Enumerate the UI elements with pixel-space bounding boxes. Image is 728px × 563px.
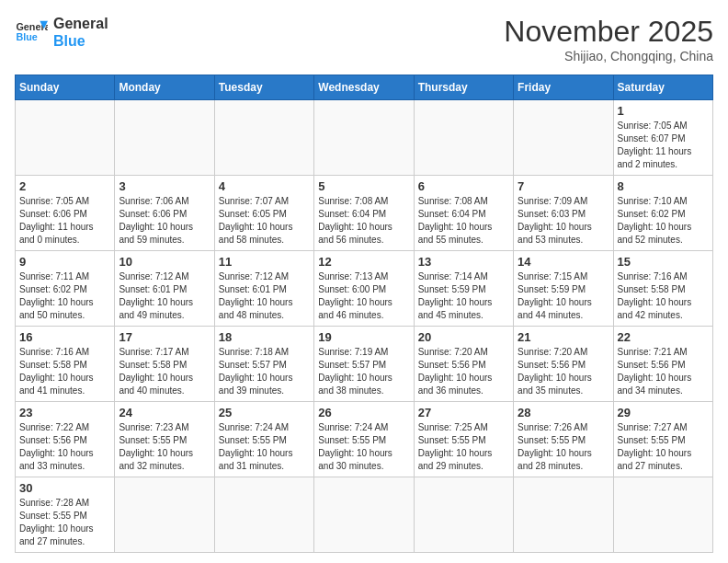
day-info: Sunrise: 7:12 AM Sunset: 6:01 PM Dayligh… bbox=[219, 270, 310, 322]
day-number: 16 bbox=[19, 330, 110, 344]
calendar-week-5: 23Sunrise: 7:22 AM Sunset: 5:56 PM Dayli… bbox=[16, 402, 713, 477]
day-number: 11 bbox=[219, 255, 310, 269]
calendar-cell bbox=[16, 100, 115, 176]
day-info: Sunrise: 7:09 AM Sunset: 6:03 PM Dayligh… bbox=[518, 195, 609, 247]
calendar-cell bbox=[414, 100, 513, 176]
calendar-cell: 7Sunrise: 7:09 AM Sunset: 6:03 PM Daylig… bbox=[514, 176, 613, 251]
day-number: 15 bbox=[618, 255, 709, 269]
calendar-cell bbox=[214, 477, 313, 553]
calendar-cell: 13Sunrise: 7:14 AM Sunset: 5:59 PM Dayli… bbox=[414, 251, 513, 327]
day-info: Sunrise: 7:25 AM Sunset: 5:55 PM Dayligh… bbox=[418, 421, 509, 473]
calendar-cell: 6Sunrise: 7:08 AM Sunset: 6:04 PM Daylig… bbox=[414, 176, 513, 251]
day-number: 12 bbox=[318, 255, 409, 269]
day-info: Sunrise: 7:24 AM Sunset: 5:55 PM Dayligh… bbox=[318, 421, 409, 473]
calendar-cell: 15Sunrise: 7:16 AM Sunset: 5:58 PM Dayli… bbox=[613, 251, 712, 327]
calendar-header-row: SundayMondayTuesdayWednesdayThursdayFrid… bbox=[16, 75, 713, 100]
calendar-cell: 22Sunrise: 7:21 AM Sunset: 5:56 PM Dayli… bbox=[613, 327, 712, 402]
col-header-thursday: Thursday bbox=[414, 75, 513, 100]
calendar-cell bbox=[514, 100, 613, 176]
day-number: 24 bbox=[119, 406, 210, 419]
day-info: Sunrise: 7:16 AM Sunset: 5:58 PM Dayligh… bbox=[19, 346, 110, 397]
calendar-cell bbox=[613, 477, 712, 553]
day-info: Sunrise: 7:11 AM Sunset: 6:02 PM Dayligh… bbox=[19, 270, 110, 322]
calendar: SundayMondayTuesdayWednesdayThursdayFrid… bbox=[15, 75, 713, 553]
calendar-cell: 19Sunrise: 7:19 AM Sunset: 5:57 PM Dayli… bbox=[314, 327, 414, 402]
col-header-monday: Monday bbox=[115, 75, 214, 100]
calendar-cell: 30Sunrise: 7:28 AM Sunset: 5:55 PM Dayli… bbox=[16, 477, 115, 553]
day-info: Sunrise: 7:12 AM Sunset: 6:01 PM Dayligh… bbox=[119, 270, 210, 322]
calendar-cell: 29Sunrise: 7:27 AM Sunset: 5:55 PM Dayli… bbox=[613, 402, 712, 477]
calendar-cell: 16Sunrise: 7:16 AM Sunset: 5:58 PM Dayli… bbox=[16, 327, 115, 402]
calendar-cell: 18Sunrise: 7:18 AM Sunset: 5:57 PM Dayli… bbox=[214, 327, 313, 402]
header: General Blue General Blue November 2025 … bbox=[15, 15, 713, 63]
col-header-wednesday: Wednesday bbox=[314, 75, 414, 100]
svg-text:Blue: Blue bbox=[16, 32, 37, 43]
calendar-cell: 26Sunrise: 7:24 AM Sunset: 5:55 PM Dayli… bbox=[314, 402, 414, 477]
day-info: Sunrise: 7:08 AM Sunset: 6:04 PM Dayligh… bbox=[318, 195, 409, 247]
day-number: 7 bbox=[518, 179, 609, 193]
day-number: 3 bbox=[119, 179, 210, 193]
calendar-cell: 20Sunrise: 7:20 AM Sunset: 5:56 PM Dayli… bbox=[414, 327, 513, 402]
day-info: Sunrise: 7:08 AM Sunset: 6:04 PM Dayligh… bbox=[418, 195, 509, 247]
day-number: 4 bbox=[219, 179, 310, 193]
day-info: Sunrise: 7:22 AM Sunset: 5:56 PM Dayligh… bbox=[19, 421, 110, 473]
logo: General Blue General Blue bbox=[15, 15, 108, 50]
day-number: 30 bbox=[19, 481, 110, 495]
calendar-cell: 10Sunrise: 7:12 AM Sunset: 6:01 PM Dayli… bbox=[115, 251, 214, 327]
calendar-cell bbox=[414, 477, 513, 553]
month-title: November 2025 bbox=[504, 15, 713, 49]
day-info: Sunrise: 7:28 AM Sunset: 5:55 PM Dayligh… bbox=[19, 497, 110, 548]
day-number: 23 bbox=[19, 406, 110, 419]
col-header-tuesday: Tuesday bbox=[214, 75, 313, 100]
day-number: 27 bbox=[418, 406, 509, 419]
calendar-cell: 17Sunrise: 7:17 AM Sunset: 5:58 PM Dayli… bbox=[115, 327, 214, 402]
day-info: Sunrise: 7:18 AM Sunset: 5:57 PM Dayligh… bbox=[219, 346, 310, 397]
day-number: 18 bbox=[219, 330, 310, 344]
day-info: Sunrise: 7:13 AM Sunset: 6:00 PM Dayligh… bbox=[318, 270, 409, 322]
day-number: 6 bbox=[418, 179, 509, 193]
col-header-sunday: Sunday bbox=[16, 75, 115, 100]
day-number: 26 bbox=[318, 406, 409, 419]
day-info: Sunrise: 7:20 AM Sunset: 5:56 PM Dayligh… bbox=[518, 346, 609, 397]
day-number: 9 bbox=[19, 255, 110, 269]
day-info: Sunrise: 7:20 AM Sunset: 5:56 PM Dayligh… bbox=[418, 346, 509, 397]
day-info: Sunrise: 7:19 AM Sunset: 5:57 PM Dayligh… bbox=[318, 346, 409, 397]
calendar-cell: 25Sunrise: 7:24 AM Sunset: 5:55 PM Dayli… bbox=[214, 402, 313, 477]
day-info: Sunrise: 7:05 AM Sunset: 6:07 PM Dayligh… bbox=[618, 120, 709, 171]
calendar-cell bbox=[214, 100, 313, 176]
day-info: Sunrise: 7:16 AM Sunset: 5:58 PM Dayligh… bbox=[618, 270, 709, 322]
day-info: Sunrise: 7:27 AM Sunset: 5:55 PM Dayligh… bbox=[618, 421, 709, 473]
day-info: Sunrise: 7:14 AM Sunset: 5:59 PM Dayligh… bbox=[418, 270, 509, 322]
calendar-cell bbox=[514, 477, 613, 553]
day-info: Sunrise: 7:05 AM Sunset: 6:06 PM Dayligh… bbox=[19, 195, 110, 247]
day-number: 21 bbox=[518, 330, 609, 344]
col-header-saturday: Saturday bbox=[613, 75, 712, 100]
calendar-cell bbox=[115, 477, 214, 553]
day-number: 29 bbox=[618, 406, 709, 419]
calendar-cell bbox=[115, 100, 214, 176]
day-info: Sunrise: 7:21 AM Sunset: 5:56 PM Dayligh… bbox=[618, 346, 709, 397]
day-number: 8 bbox=[618, 179, 709, 193]
calendar-cell: 5Sunrise: 7:08 AM Sunset: 6:04 PM Daylig… bbox=[314, 176, 414, 251]
calendar-cell: 11Sunrise: 7:12 AM Sunset: 6:01 PM Dayli… bbox=[214, 251, 313, 327]
day-info: Sunrise: 7:23 AM Sunset: 5:55 PM Dayligh… bbox=[119, 421, 210, 473]
day-number: 19 bbox=[318, 330, 409, 344]
calendar-cell: 1Sunrise: 7:05 AM Sunset: 6:07 PM Daylig… bbox=[613, 100, 712, 176]
calendar-cell: 28Sunrise: 7:26 AM Sunset: 5:55 PM Dayli… bbox=[514, 402, 613, 477]
day-info: Sunrise: 7:06 AM Sunset: 6:06 PM Dayligh… bbox=[119, 195, 210, 247]
day-number: 17 bbox=[119, 330, 210, 344]
calendar-cell: 27Sunrise: 7:25 AM Sunset: 5:55 PM Dayli… bbox=[414, 402, 513, 477]
calendar-cell: 4Sunrise: 7:07 AM Sunset: 6:05 PM Daylig… bbox=[214, 176, 313, 251]
day-number: 25 bbox=[219, 406, 310, 419]
calendar-cell: 8Sunrise: 7:10 AM Sunset: 6:02 PM Daylig… bbox=[613, 176, 712, 251]
calendar-cell: 2Sunrise: 7:05 AM Sunset: 6:06 PM Daylig… bbox=[16, 176, 115, 251]
calendar-cell: 12Sunrise: 7:13 AM Sunset: 6:00 PM Dayli… bbox=[314, 251, 414, 327]
day-number: 20 bbox=[418, 330, 509, 344]
day-number: 10 bbox=[119, 255, 210, 269]
day-info: Sunrise: 7:10 AM Sunset: 6:02 PM Dayligh… bbox=[618, 195, 709, 247]
calendar-cell: 14Sunrise: 7:15 AM Sunset: 5:59 PM Dayli… bbox=[514, 251, 613, 327]
calendar-cell: 23Sunrise: 7:22 AM Sunset: 5:56 PM Dayli… bbox=[16, 402, 115, 477]
day-number: 13 bbox=[418, 255, 509, 269]
calendar-cell: 9Sunrise: 7:11 AM Sunset: 6:02 PM Daylig… bbox=[16, 251, 115, 327]
col-header-friday: Friday bbox=[514, 75, 613, 100]
